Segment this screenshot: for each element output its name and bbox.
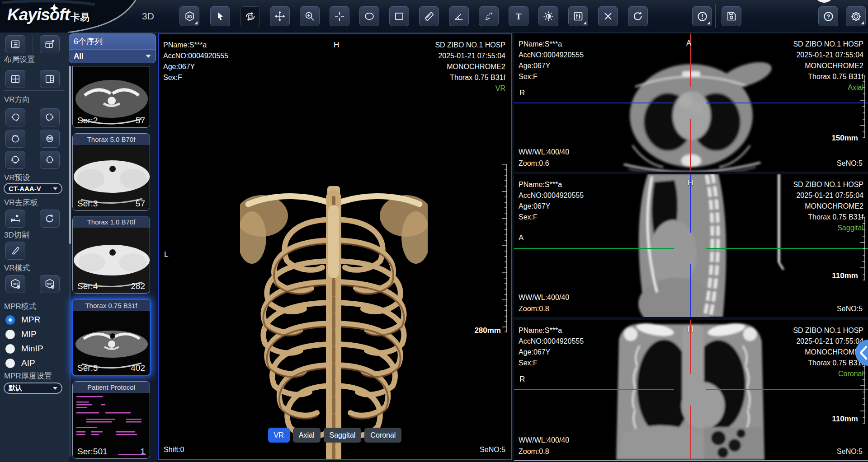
- vr-head-top-button[interactable]: [5, 130, 25, 148]
- series-scrollbar-thumb[interactable]: [69, 66, 71, 244]
- patient-info-overlay: PName:S***a AccNO:0004920555 Age:067Y Se…: [163, 40, 228, 83]
- series-list-toggle-button[interactable]: [5, 35, 25, 53]
- layout-grid-button[interactable]: [5, 70, 25, 88]
- view-button-vr[interactable]: VR: [268, 428, 290, 443]
- view-button-saggital[interactable]: Saggital: [324, 428, 362, 443]
- crosshair-icon: [334, 10, 345, 22]
- study-info-overlay: SD ZIBO NO.1 HOSP 2025-01-21 07:55:04 MO…: [793, 179, 863, 233]
- mpr-radio-mip[interactable]: MIP: [5, 329, 37, 339]
- study-datetime: 2025-01-21 07:55:04: [793, 190, 863, 201]
- mpr-radio-minip[interactable]: MinIP: [5, 344, 43, 354]
- scale-ruler: [857, 360, 866, 424]
- mpr-radio-aip[interactable]: AIP: [5, 358, 35, 368]
- vr-head-back-button[interactable]: [5, 151, 25, 169]
- crosshair-vertical[interactable]: [690, 264, 691, 317]
- remove-bed-button[interactable]: [5, 210, 25, 228]
- brightness-icon: [542, 10, 554, 22]
- mpr-mode-section-label: MPR模式: [4, 301, 37, 312]
- series-thumbnail-ser4[interactable]: Thorax 1.0 B70f Ser:4 282: [72, 216, 150, 294]
- vr-head-front-button[interactable]: [40, 130, 60, 148]
- list-panel-icon: [10, 39, 21, 50]
- layout-split-button[interactable]: [40, 70, 60, 88]
- vr-3d-viewport[interactable]: PName:S***a AccNO:0004920555 Age:067Y Se…: [158, 33, 512, 460]
- layout-3d-button[interactable]: 3D: [179, 6, 199, 26]
- save-icon: [726, 10, 737, 22]
- study-info-overlay: SD ZIBO NO.1 HOSP 2025-01-21 07:55:04 MO…: [435, 40, 505, 94]
- mpr-axial-viewport[interactable]: PName:S***a AccNO:0004920555 Age:067Y Se…: [514, 33, 868, 172]
- rectangle-tool-button[interactable]: [389, 6, 409, 26]
- window-level-button[interactable]: [568, 6, 588, 26]
- image-count: 402: [131, 363, 145, 373]
- text-tool-button[interactable]: T: [509, 6, 528, 26]
- avatar[interactable]: [814, 0, 834, 3]
- mpr-coronal-viewport[interactable]: PName:S***a AccNO:0004920555 Age:067Y Se…: [514, 320, 868, 460]
- debed-reset-button[interactable]: [40, 210, 60, 228]
- crosshair-vertical[interactable]: [690, 119, 691, 172]
- series-number: Ser:2: [77, 116, 98, 126]
- window-level-icon: [572, 10, 584, 22]
- crosshair-vertical[interactable]: [690, 406, 691, 460]
- vr-mode-mip-button[interactable]: MIP: [40, 275, 60, 293]
- reset-icon: [632, 10, 644, 22]
- cursor-icon: [214, 10, 226, 22]
- ruler-tool-button[interactable]: [419, 6, 439, 26]
- series-thumbnail-ser2[interactable]: Ser:2 57: [72, 66, 150, 128]
- scale-ruler: [498, 164, 508, 332]
- mpr-radio-mpr[interactable]: MPR: [5, 315, 40, 325]
- vr-preset-section-label: VR预设: [4, 173, 30, 183]
- pan-icon: [274, 10, 286, 22]
- ellipse-tool-button[interactable]: [359, 6, 379, 26]
- window-info-overlay: WW/WL:400/40 Zoom:0.8: [519, 292, 569, 314]
- vr-head-left-button[interactable]: [5, 108, 25, 126]
- view-button-axial[interactable]: Axial: [293, 428, 321, 443]
- help-button[interactable]: ?: [818, 6, 838, 26]
- crosshair-horizontal[interactable]: [514, 389, 674, 390]
- view-button-coronal[interactable]: Coronal: [364, 428, 401, 443]
- vr-mode-section-label: VR模式: [4, 263, 30, 273]
- mpr-saggital-viewport[interactable]: PName:S***a AccNO:0004920555 Age:067Y Se…: [514, 174, 868, 317]
- patient-name: PName:S***a: [519, 179, 584, 190]
- radio-label: MinIP: [21, 344, 43, 354]
- study-datetime: 2025-01-21 07:55:04: [793, 336, 863, 347]
- vr-head-face-button[interactable]: [40, 151, 60, 169]
- alert-info-button[interactable]: [692, 6, 712, 26]
- angle-tool-button[interactable]: [449, 6, 469, 26]
- close-panel-layout-button[interactable]: [40, 35, 60, 53]
- series-thumbnail-ser5-selected[interactable]: Thorax 0.75 B31f Ser:5 402: [71, 299, 151, 376]
- zoom-tool-button[interactable]: [300, 6, 320, 26]
- orientation-marker-top: H: [688, 325, 693, 334]
- toolbar-divider: [663, 5, 663, 28]
- delete-annotation-button[interactable]: [598, 6, 618, 26]
- crosshair-horizontal[interactable]: [706, 103, 868, 103]
- series-number: Ser:3: [77, 199, 98, 209]
- series-thumbnail-ser501[interactable]: Patient Protocol Ser:501 1: [72, 381, 150, 459]
- rotate-3d-tool-button[interactable]: [240, 6, 260, 26]
- vr-preset-dropdown[interactable]: CT-AAA-V: [4, 183, 62, 194]
- cobb-angle-tool-button[interactable]: [479, 6, 499, 26]
- series-filter-dropdown[interactable]: All: [69, 49, 156, 63]
- series-count-header: 6个序列: [69, 33, 156, 49]
- patient-name: PName:S***a: [163, 40, 228, 51]
- series-thumbnail-ser3[interactable]: Thorax 5.0 B70f Ser:3 57: [72, 133, 150, 211]
- pan-tool-button[interactable]: [270, 6, 290, 26]
- vr-head-right-button[interactable]: [40, 108, 60, 126]
- reset-view-button[interactable]: [628, 6, 648, 26]
- radio-label: MPR: [21, 315, 40, 325]
- crosshair-horizontal[interactable]: [514, 248, 674, 249]
- vr-mode-vr-button[interactable]: VR: [5, 275, 25, 293]
- crosshair-tool-button[interactable]: [330, 6, 349, 26]
- patient-age: Age:067Y: [519, 61, 584, 71]
- save-button[interactable]: [722, 6, 741, 26]
- settings-button[interactable]: [846, 6, 866, 26]
- crosshair-horizontal[interactable]: [514, 103, 674, 103]
- scalpel-cut-button[interactable]: [5, 242, 25, 260]
- brightness-tool-button[interactable]: [538, 6, 558, 26]
- ruler-icon: [423, 10, 435, 22]
- patient-info-overlay: PName:S***a AccNO:0004920555 Age:067Y Se…: [519, 39, 584, 82]
- toolbar-divider: [206, 5, 206, 28]
- crosshair-horizontal[interactable]: [706, 248, 868, 249]
- mpr-thickness-dropdown[interactable]: 默认: [4, 383, 62, 394]
- crosshair-horizontal[interactable]: [706, 389, 868, 390]
- series-title: Thorax 5.0 B70f: [73, 134, 150, 145]
- cursor-tool-button[interactable]: [210, 6, 230, 26]
